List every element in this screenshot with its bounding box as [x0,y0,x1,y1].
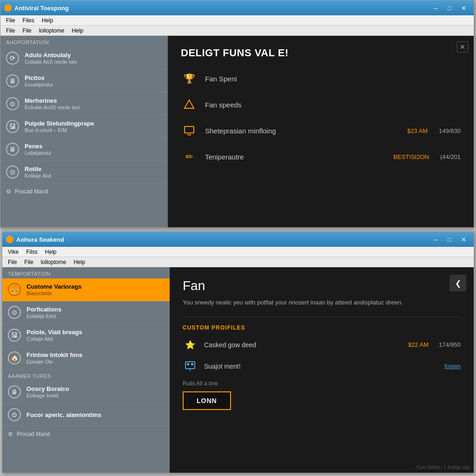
fucor-icon: ⊙ [8,408,21,421]
sidebar-item-ooscy[interactable]: 🖥 Ooscy Boralco Eolkage Inokit [2,381,170,403]
bottom-secondary-menu: File File lolloptome Help [2,257,474,267]
fan-speni-label: Fan Speni [205,75,461,83]
star-icon: ⭐ [183,337,198,352]
bottom-menu-help[interactable]: Help [41,248,60,256]
bot-sec-help[interactable]: Help [70,258,89,266]
feature-list: 🏆 Fan Speni Fan speeds Sheteprasian minf… [181,70,461,165]
bot-sec-file1[interactable]: File [4,258,20,266]
ooscy-title: Ooscy Boralco [26,385,164,392]
top-sec-loll[interactable]: lolloptome [35,26,68,35]
bottom-window-icon [6,236,13,243]
members-text: Merherines Entraite AuS5 reede tion [25,97,162,110]
bottom-window-body: Temportation 🍔 Custome Variorags Blasycl… [2,267,474,473]
porf-title: Porfications [26,306,164,313]
fucor-title: Fucor aperic. alamiontims [26,411,164,418]
penes-icon: 🖥 [6,143,19,156]
top-sec-file1[interactable]: File [2,26,19,35]
sidebar-item-members[interactable]: ⊙ Merherines Entraite AuS5 reede tion [0,93,168,115]
bottom-advanced-label: Procad Mand [17,431,50,437]
content-close-button[interactable]: ✕ [457,41,468,53]
bottom-menu-bar: Vike Filss Help [2,247,474,257]
fan-description: You sneedy nealic yeu with potflat your … [183,298,415,307]
fan-title: Fan [183,278,461,293]
porf-subtitle: Eollatije Eleit [26,313,164,319]
audio-icon: ⟳ [6,52,19,65]
sidebar-item-fucor[interactable]: ⊙ Fucor aperic. alamiontims [2,403,170,426]
top-maximize-button[interactable]: □ [443,3,456,13]
rotile-icon: ⊙ [6,165,19,178]
top-close-button[interactable]: ✕ [457,3,470,13]
bottom-advanced-button[interactable]: ⚙ Procad Mand [2,426,170,442]
top-menu-file[interactable]: File [2,16,19,25]
pics-text: Pictios Eouatijerolui [25,74,162,87]
bottom-window: Aohura Seakend ─ □ ✕ Vike Filss Help Fil… [2,231,474,473]
svg-marker-0 [185,100,194,108]
top-sidebar-category: Ahoportation [0,36,168,47]
bottom-title-controls: ─ □ ✕ [429,234,470,245]
top-menu-help[interactable]: Help [38,16,57,25]
porf-text: Porfications Eollatije Eleit [26,306,164,319]
back-button[interactable]: ❮ [450,275,466,291]
polole-text: Polole, Viait breags Collaije Akit [26,329,164,342]
top-sec-help[interactable]: Help [68,26,87,35]
frintow-text: Frintow Intokit fons Epiraije Ole [26,351,164,364]
bot-sec-loll[interactable]: lolloptome [37,258,70,266]
runs-label: Rulls All a tme [183,380,461,387]
top-sec-file2[interactable]: File [19,26,35,35]
sidebar-item-custom[interactable]: 🍔 Custome Variorags Blasyclelds [2,278,170,301]
custom-text: Custome Variorags Blasyclelds [26,283,164,296]
bottom-maximize-button[interactable]: □ [443,234,456,245]
profile-1-link[interactable]: fopwn [444,363,461,370]
members-icon: ⊙ [6,97,19,110]
frintow-title: Frintow Intokit fons [26,351,164,358]
purple-subtitle: Bue d orturli – EIM [25,127,162,133]
action-button[interactable]: LONN [183,391,231,410]
feature-item-2: Sheteprasian minfloing $23 AM 149/830 [181,122,461,139]
back-icon: ❮ [455,279,461,288]
bottom-menu-vike[interactable]: Vike [4,248,22,256]
audio-text: Adulo Antoulaly Collatie Alc5 reede iote [25,52,162,65]
sidebar-item-purple[interactable]: 🖫 Pulpde Stelundingprape Bue d orturli –… [0,115,168,138]
pics-icon: 🖥 [6,74,19,87]
feature-item-1: Fan speeds [181,96,461,113]
fucor-text: Fucor aperic. alamiontims [26,411,164,418]
sidebar-item-rotile[interactable]: ⊙ Rotile Eollaije Alut [0,161,168,184]
custom-icon: 🍔 [8,283,21,296]
profile-item-0: ⭐ Casked gow deed $22 AM 174/950 [183,337,461,352]
polole-title: Polole, Viait breags [26,329,164,336]
top-advanced-button[interactable]: ⚙ Procad Mand [0,184,168,199]
top-window-icon [4,4,12,12]
bottom-minimize-button[interactable]: ─ [429,234,442,245]
custom-profiles-label: CUSTOM PROIFILES [183,324,461,331]
temperature-icon: ✏ [181,148,198,165]
sidebar-item-penes[interactable]: 🖥 Penes Lollatijeiolui [0,138,168,161]
purple-title: Pulpde Stelundingprape [25,120,162,127]
sidebar-item-pics[interactable]: 🖥 Pictios Eouatijerolui [0,70,168,93]
top-minimize-button[interactable]: ─ [429,3,442,13]
top-window-body: Ahoportation ⟳ Adulo Antoulaly Collatie … [0,36,474,227]
sidebar-item-audio[interactable]: ⟳ Adulo Antoulaly Collatie Alc5 reede io… [0,47,168,70]
sidebar-item-frintow[interactable]: 🏠 Frintow Intokit fons Epiraije Ole [2,347,170,370]
bottom-menu-filss[interactable]: Filss [22,248,41,256]
monitoring-label: Sheteprasian minfloing [205,127,400,135]
svg-rect-5 [191,363,193,365]
top-title-left: Antiviral Toespong [4,4,69,12]
fan-speeds-icon [181,96,198,113]
members-subtitle: Entraite AuS5 reede tion [25,105,162,110]
top-menu-files[interactable]: Files [19,16,38,25]
bottom-gear-icon: ⚙ [8,431,13,437]
sidebar-item-porf[interactable]: ⊙ Porfications Eollatije Eleit [2,301,170,324]
bot-sec-file2[interactable]: File [20,258,37,266]
members-title: Merherines [25,97,162,104]
bottom-window-title: Aohura Seakend [16,236,64,243]
temperature-label: Teniperautre [205,153,386,161]
bottom-sidebar-category: Temportation [2,267,170,278]
svg-rect-1 [185,126,194,133]
purple-text: Pulpde Stelundingprape Bue d orturli – E… [25,120,162,133]
pics-subtitle: Eouatijerolui [25,82,162,87]
svg-rect-4 [187,363,189,365]
porf-icon: ⊙ [8,306,21,319]
bottom-close-button[interactable]: ✕ [457,234,470,245]
bottom-adv-category: Aaamer tures [2,370,170,381]
sidebar-item-polole[interactable]: 🖫 Polole, Viait breags Collaije Akit [2,324,170,347]
